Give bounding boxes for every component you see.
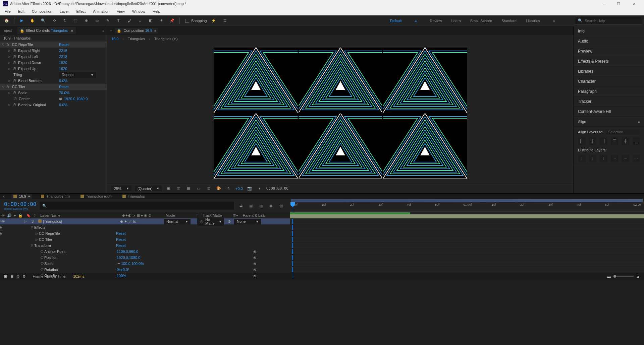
- align-left-icon[interactable]: ▏: [578, 137, 586, 145]
- layer-effect-repetile[interactable]: fx▷CC RepeTileReset: [0, 230, 290, 236]
- rotate-tool-icon[interactable]: ↻: [60, 16, 69, 25]
- eye-icon[interactable]: 👁: [1, 213, 5, 218]
- expand-down-value[interactable]: 1920: [59, 61, 67, 65]
- distribute-4-icon[interactable]: ⋯: [611, 155, 619, 162]
- close-tab-icon[interactable]: ×: [3, 194, 5, 198]
- workspace-review[interactable]: Review: [430, 19, 442, 23]
- color-mgmt-icon[interactable]: 🎨: [215, 185, 222, 192]
- panel-menu-icon[interactable]: ≡: [154, 28, 156, 32]
- maximize-button[interactable]: ☐: [611, 0, 626, 7]
- breadcrumb-2[interactable]: Triangulos (in): [154, 37, 178, 41]
- align-top-icon[interactable]: ▔: [611, 137, 619, 145]
- pickwhip-icon[interactable]: ⊚: [224, 219, 234, 224]
- selection-tool-icon[interactable]: ▶: [17, 16, 26, 25]
- pickwhip-icon[interactable]: ⊚: [253, 250, 256, 254]
- menu-view[interactable]: View: [113, 9, 128, 14]
- align-vcenter-icon[interactable]: ╋: [622, 137, 629, 145]
- workspace-libraries[interactable]: Libraries: [526, 19, 540, 23]
- tiler-blend-value[interactable]: 0.0%: [59, 103, 67, 107]
- workspace-menu-icon[interactable]: ≡: [411, 16, 421, 25]
- camera-tool-icon[interactable]: ⬚: [71, 16, 80, 25]
- search-help-input[interactable]: 🔍 Search Help: [575, 17, 642, 25]
- snapping-checkbox[interactable]: [185, 19, 189, 23]
- effect-controls-tab[interactable]: 🔒 Effect Controls Triangulos ≡: [17, 27, 75, 34]
- panel-libraries[interactable]: Libraries: [574, 66, 644, 76]
- expand-up-value[interactable]: 1920: [59, 67, 67, 71]
- distribute-3-icon[interactable]: ⋮: [600, 155, 607, 162]
- timeline-tab-16-9[interactable]: 16:9 ≡: [11, 194, 32, 199]
- distribute-5-icon[interactable]: ⋯: [622, 155, 629, 162]
- roto-tool-icon[interactable]: ✦: [157, 16, 166, 25]
- snapping-opt2-icon[interactable]: ⊡: [220, 16, 230, 25]
- eye-icon[interactable]: 👁: [1, 219, 5, 223]
- layer-row-triangulos[interactable]: 👁 ▷ 3 [Triangulos] ⊕ ✦ ／ fx Normal▾ ◎ No…: [0, 218, 290, 224]
- workspace-small-screen[interactable]: Small Screen: [470, 19, 492, 23]
- align-bottom-icon[interactable]: ▁: [633, 137, 640, 145]
- pickwhip-icon[interactable]: ⊚: [253, 262, 256, 266]
- lock-icon[interactable]: 🔒: [18, 213, 23, 218]
- blend-borders-value[interactable]: 0.0%: [59, 79, 67, 83]
- layer-effect-tiler[interactable]: ▷CC TilerReset: [0, 236, 290, 243]
- timeline-tab-triangulos-in[interactable]: Triangulos (in): [39, 194, 72, 199]
- zoom-slider[interactable]: [613, 276, 634, 277]
- tiler-center-value[interactable]: 1920.0,1080.0: [64, 97, 88, 101]
- toggle-in-out-icon[interactable]: {}: [17, 274, 19, 279]
- draft3d-icon[interactable]: ▦: [248, 202, 254, 209]
- panel-tracker[interactable]: Tracker: [574, 96, 644, 107]
- expand-right-value[interactable]: 2218: [59, 49, 67, 53]
- orbit-tool-icon[interactable]: ⟲: [49, 16, 59, 25]
- puppet-tool-icon[interactable]: 📌: [167, 16, 177, 25]
- menu-composition[interactable]: Composition: [29, 9, 56, 14]
- timeline-tracks[interactable]: [290, 212, 644, 279]
- toggle-alpha-icon[interactable]: ⊞: [165, 185, 172, 192]
- anchor-value[interactable]: 1109.0,960.0: [117, 250, 138, 254]
- eraser-tool-icon[interactable]: ◧: [146, 16, 155, 25]
- reset-link[interactable]: Reset: [59, 85, 69, 89]
- snapping-opt-icon[interactable]: ⚡: [209, 16, 218, 25]
- prop-anchor-point[interactable]: ⏱Anchor Point1109.0,960.0⊚: [0, 249, 290, 255]
- matte-dropdown[interactable]: ◎ No Matte▾: [197, 218, 224, 226]
- toggle-switches-icon[interactable]: ⊞: [4, 274, 7, 279]
- solo-icon[interactable]: ●: [14, 213, 16, 218]
- parent-dropdown[interactable]: None▾: [234, 219, 261, 224]
- panel-info[interactable]: Info: [574, 26, 644, 36]
- align-hcenter-icon[interactable]: ┼: [589, 137, 597, 145]
- effect-cc-tiler[interactable]: ▽fxCC Tiler Reset: [0, 84, 107, 90]
- tiler-scale-value[interactable]: 70.0%: [59, 91, 69, 95]
- minimize-button[interactable]: ─: [596, 0, 610, 7]
- project-tab[interactable]: oject: [1, 27, 14, 34]
- panel-preview[interactable]: Preview: [574, 46, 644, 56]
- rotation-value[interactable]: 0x+0.0°: [117, 268, 129, 272]
- workspace-standard[interactable]: Standard: [501, 19, 517, 23]
- composition-tab[interactable]: 🔒 Composition 16:9 ≡: [115, 28, 158, 33]
- menu-file[interactable]: File: [1, 9, 14, 14]
- prop-scale[interactable]: ⏱Scale⚯100.0,100.0%⊚: [0, 261, 290, 267]
- zoom-tool-icon[interactable]: 🔍: [39, 16, 48, 25]
- pan-behind-tool-icon[interactable]: ⊕: [82, 16, 91, 25]
- panel-menu-icon[interactable]: ≡: [71, 28, 73, 32]
- region-icon[interactable]: ▭: [195, 185, 202, 192]
- effect-cc-repetile[interactable]: ▽fxCC RepeTile Reset: [0, 42, 107, 48]
- workspace-overflow-icon[interactable]: »: [549, 16, 559, 25]
- tiling-dropdown[interactable]: Repeat▾: [59, 72, 96, 78]
- panel-align[interactable]: Align ≡: [574, 117, 644, 127]
- align-right-icon[interactable]: ▕: [600, 137, 607, 145]
- preview-time[interactable]: 0:00:00:00: [266, 186, 288, 191]
- constrain-icon[interactable]: ⚯: [117, 262, 120, 266]
- toggle-mask-icon[interactable]: ◫: [175, 185, 182, 192]
- timeline-tab-triangulos-out[interactable]: Triangulos (out): [78, 194, 114, 199]
- menu-window[interactable]: Window: [129, 9, 149, 14]
- exposure-reset-icon[interactable]: ↻: [225, 185, 232, 192]
- prop-position[interactable]: ⏱Position1920.0,1080.0⊚: [0, 255, 290, 261]
- show-snapshot-icon[interactable]: ▾: [256, 185, 263, 192]
- reset-link[interactable]: Reset: [59, 43, 69, 47]
- frame-blend-icon[interactable]: ▥: [258, 202, 264, 209]
- workspace-learn[interactable]: Learn: [451, 19, 461, 23]
- breadcrumb-1[interactable]: Triangulos: [128, 37, 145, 41]
- distribute-2-icon[interactable]: ⋮: [589, 155, 597, 162]
- current-timecode[interactable]: 0:00:00:00: [4, 201, 36, 207]
- overflow-icon[interactable]: »: [102, 28, 104, 32]
- home-icon[interactable]: 🏠: [2, 16, 11, 25]
- render-icon[interactable]: ⚙: [22, 274, 26, 279]
- position-value[interactable]: 1920.0,1080.0: [117, 256, 140, 260]
